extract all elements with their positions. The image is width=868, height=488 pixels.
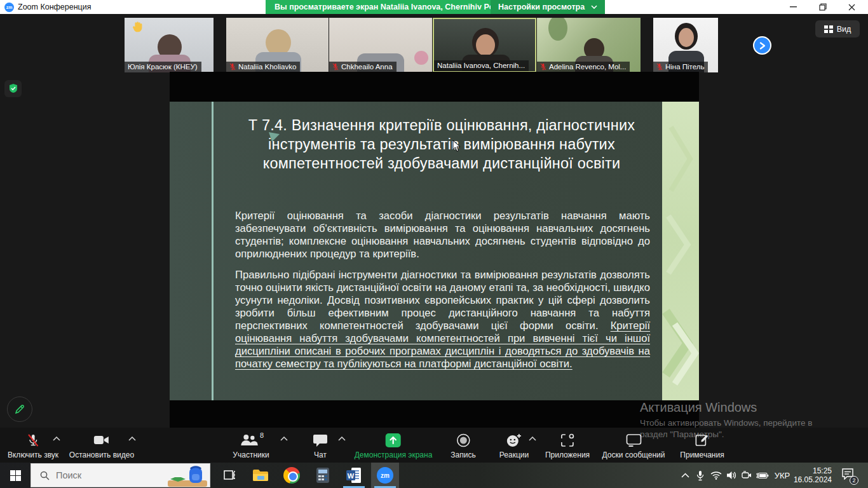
minimize-button[interactable] (779, 0, 807, 14)
chevron-down-icon (591, 5, 597, 9)
annotate-pencil-button[interactable] (7, 396, 32, 422)
reactions-button[interactable]: Реакции (499, 431, 529, 459)
calculator-icon (316, 467, 330, 484)
window-titlebar: zm Zoom Конференция Вы просматриваете эк… (0, 0, 868, 14)
video-thumbnail-nataliia-ivanova[interactable]: Nataliia Ivanova, Chernih... (433, 18, 536, 72)
unmute-button[interactable]: Включить звук (8, 431, 58, 459)
view-options-button[interactable]: Настройки просмотра (491, 0, 605, 14)
windows-taskbar: W zm УКР 15:25 16.05.2024 (0, 463, 868, 488)
video-thumbnail-nataliia-kholiavko[interactable]: Nataliia Kholiavko (226, 18, 329, 72)
shared-screen: Т 7.4. Визначення критеріїв оцінювання, … (170, 72, 699, 428)
participant-nameplate: Chkheailo Anna (329, 62, 397, 72)
chrome-button[interactable] (278, 463, 306, 488)
meeting-area: Юлія Красюк (КНЕУ) Nataliia Kholiavko Ch… (0, 14, 868, 428)
audio-options-chevron[interactable] (53, 437, 60, 441)
taskbar-clock[interactable]: 15:25 16.05.2024 (796, 463, 832, 488)
muted-mic-icon (540, 63, 546, 71)
tray-camera-in-use[interactable] (739, 463, 754, 488)
pencil-icon (14, 403, 25, 415)
chat-bubble-icon (313, 431, 328, 449)
apps-icon (560, 431, 575, 449)
record-icon (456, 431, 471, 449)
search-decoration (166, 464, 208, 487)
word-icon: W (346, 467, 362, 484)
file-explorer-button[interactable] (247, 463, 275, 488)
chevron-right-icon (759, 42, 766, 50)
screen: zm Zoom Конференция Вы просматриваете эк… (0, 0, 868, 488)
folder-icon (252, 468, 269, 482)
search-input[interactable] (56, 470, 151, 480)
chat-options-chevron[interactable] (338, 437, 346, 441)
tray-time: 15:25 (813, 466, 832, 475)
video-thumbnail-adelina-revenco[interactable]: Adelina Revenco, Mol... (537, 18, 641, 72)
slide-body: Критерії оцінювання та засоби діагностик… (235, 210, 650, 370)
word-button[interactable]: W (340, 463, 368, 488)
slide-paragraph-1: Критерії оцінювання та засоби діагностик… (235, 210, 650, 261)
zoom-icon: zm (377, 467, 393, 484)
reactions-options-chevron[interactable] (529, 437, 536, 441)
apps-button[interactable]: Приложения (545, 431, 590, 459)
tray-microphone[interactable] (693, 463, 708, 488)
task-view-button[interactable] (215, 463, 243, 488)
tray-battery[interactable] (754, 463, 770, 488)
participant-nameplate: Nataliia Ivanova, Chernih... (434, 60, 529, 71)
action-center-button[interactable]: 2 (838, 463, 857, 488)
tray-volume[interactable] (724, 463, 739, 488)
video-thumbnail-chkheailo-anna[interactable]: Chkheailo Anna (329, 18, 432, 72)
tray-show-hidden-icons[interactable] (677, 463, 693, 488)
whiteboards-button[interactable]: Доски сообщений (602, 431, 665, 459)
reactions-smiley-icon (506, 431, 522, 449)
presentation-slide: Т 7.4. Визначення критеріїв оцінювання, … (170, 102, 699, 400)
notes-button[interactable]: Примечания (680, 431, 724, 459)
video-thumbnail-yuliia-krasiuk[interactable]: Юлія Красюк (КНЕУ) (125, 18, 214, 72)
participants-count: 8 (260, 431, 264, 439)
meeting-security-shield-icon[interactable] (4, 80, 22, 97)
zoom-taskbar-button[interactable]: zm (371, 463, 399, 488)
tray-date: 16.05.2024 (794, 475, 832, 484)
record-button[interactable]: Запись (451, 431, 475, 459)
participant-nameplate: Adelina Revenco, Mol... (537, 62, 630, 72)
slide-title: Т 7.4. Визначення критеріїв оцінювання, … (233, 116, 650, 173)
view-options-label: Настройки просмотра (498, 3, 585, 11)
share-screen-button[interactable]: Демонстрация экрана (355, 431, 433, 459)
mouse-cursor (452, 140, 461, 152)
language-indicator[interactable]: УКР (775, 463, 790, 488)
svg-text:W: W (348, 472, 355, 480)
chat-button[interactable]: Чат (313, 431, 328, 459)
tray-wifi[interactable] (709, 463, 724, 488)
participant-nameplate: Ніна Пітель (653, 62, 708, 72)
video-camera-icon (93, 431, 110, 449)
task-view-icon (222, 470, 236, 481)
close-button[interactable] (837, 0, 865, 14)
tray-camera-icon (742, 471, 752, 480)
zoom-toolbar: Включить звук Остановить видео 8 Участни… (0, 428, 868, 463)
battery-charging-icon (755, 471, 769, 480)
speaker-icon (726, 471, 737, 480)
calculator-button[interactable] (309, 463, 337, 488)
participant-nameplate: Юлія Красюк (КНЕУ) (125, 62, 201, 72)
stop-video-button[interactable]: Остановить видео (69, 431, 134, 459)
view-layout-button[interactable]: Вид (815, 20, 860, 37)
muted-mic-icon (332, 63, 339, 71)
muted-microphone-icon (25, 431, 41, 449)
restore-button[interactable] (809, 0, 837, 14)
video-thumbnail-nina-pitel[interactable]: Ніна Пітель (653, 18, 718, 72)
participants-icon: 8 (240, 431, 262, 449)
participants-options-chevron[interactable] (280, 437, 288, 441)
search-icon (40, 471, 50, 480)
window-title: Zoom Конференция (18, 3, 92, 11)
video-options-chevron[interactable] (128, 437, 136, 441)
slide-side-band (662, 102, 699, 400)
viewing-screen-banner: Вы просматриваете экран Nataliia Ivanova… (266, 0, 510, 14)
participants-button[interactable]: 8 Участники (233, 431, 269, 459)
next-participants-button[interactable] (753, 36, 771, 55)
slide-accent-line (212, 102, 214, 400)
chevron-up-icon (681, 473, 689, 478)
participant-nameplate: Nataliia Kholiavko (226, 62, 300, 72)
notes-icon (695, 431, 710, 449)
muted-mic-icon (656, 63, 663, 71)
taskbar-search[interactable] (31, 463, 210, 487)
muted-mic-icon (229, 63, 236, 71)
wifi-icon (710, 471, 722, 480)
start-button[interactable] (0, 463, 31, 488)
